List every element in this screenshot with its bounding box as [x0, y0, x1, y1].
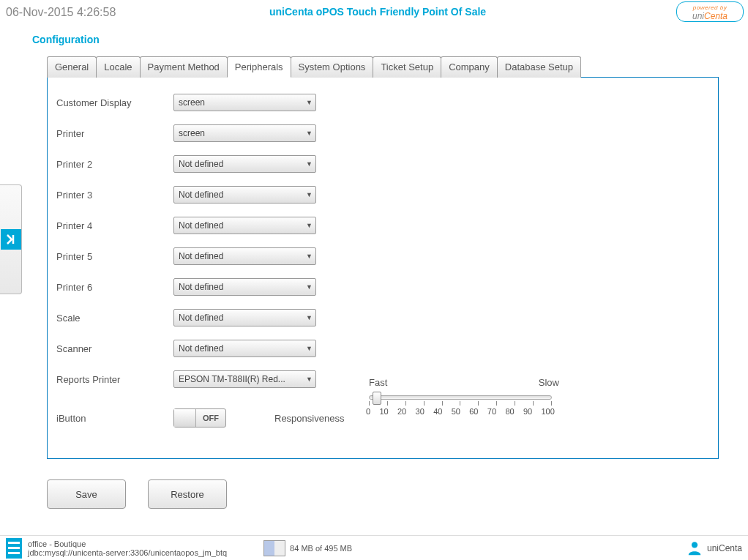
select-printer-5[interactable]: Not defined▼ — [173, 247, 316, 265]
label-reports-printer: Reports Printer — [56, 374, 173, 385]
chevron-down-icon: ▼ — [306, 191, 313, 198]
label-printer-6: Printer 6 — [56, 282, 173, 293]
label-customer-display: Customer Display — [56, 97, 173, 108]
side-drawer-handle[interactable] — [0, 184, 22, 294]
label-ibutton: iButton — [56, 413, 173, 424]
timestamp: 06-Nov-2015 4:26:58 — [6, 6, 269, 19]
chevron-down-icon: ▼ — [306, 376, 313, 383]
toggle-ibutton[interactable]: OFF — [173, 408, 226, 428]
select-printer-4[interactable]: Not defined▼ — [173, 217, 316, 234]
select-printer[interactable]: screen▼ — [173, 124, 316, 142]
select-printer-6[interactable]: Not defined▼ — [173, 278, 316, 296]
tab-peripherals[interactable]: Peripherals — [227, 56, 291, 78]
chevron-down-icon: ▼ — [306, 345, 313, 352]
responsiveness-slider-block: Fast Slow 0102030405060708090100 — [369, 377, 559, 416]
tab-locale[interactable]: Locale — [96, 56, 140, 78]
tab-general[interactable]: General — [47, 56, 97, 78]
toggle-state: OFF — [196, 414, 225, 422]
tab-database-setup[interactable]: Database Setup — [497, 56, 581, 78]
select-printer-2[interactable]: Not defined▼ — [173, 155, 316, 173]
logo-brand-text: uniCenta — [692, 11, 728, 21]
drawer-expand-icon — [1, 229, 21, 250]
chevron-down-icon: ▼ — [306, 130, 313, 137]
chevron-down-icon: ▼ — [306, 314, 313, 321]
select-scanner[interactable]: Not defined▼ — [173, 340, 316, 357]
slider-thumb[interactable] — [373, 392, 381, 405]
chevron-down-icon: ▼ — [306, 253, 313, 260]
restore-button[interactable]: Restore — [148, 479, 227, 509]
logo-powered-text: powered by — [693, 4, 727, 11]
label-printer-5: Printer 5 — [56, 251, 173, 262]
select-customer-display[interactable]: screen▼ — [173, 94, 316, 111]
jdbc-url: jdbc:mysql://unicenta-server:3306/unicen… — [28, 548, 227, 557]
slider-slow-label: Slow — [539, 377, 559, 388]
store-name: office - Boutique — [28, 540, 227, 548]
tab-company[interactable]: Company — [441, 56, 498, 78]
brand-logo: powered by uniCenta — [676, 1, 744, 22]
database-icon — [6, 538, 22, 559]
select-scale[interactable]: Not defined▼ — [173, 309, 316, 326]
slider-fast-label: Fast — [369, 377, 387, 388]
tab-bar: General Locale Payment Method Peripheral… — [47, 56, 719, 77]
slider-tick-labels: 0102030405060708090100 — [366, 407, 555, 416]
label-scanner: Scanner — [56, 343, 173, 354]
chevron-down-icon: ▼ — [306, 283, 313, 291]
app-title: uniCenta oPOS Touch Friendly Point Of Sa… — [269, 6, 742, 18]
toggle-knob — [174, 409, 196, 427]
select-reports-printer[interactable]: EPSON TM-T88II(R) Red...▼ — [173, 370, 316, 388]
user-name: uniCenta — [707, 543, 742, 553]
label-scale: Scale — [56, 313, 173, 324]
status-bar: office - Boutique jdbc:mysql://unicenta-… — [0, 535, 748, 560]
save-button[interactable]: Save — [47, 479, 126, 509]
chevron-down-icon: ▼ — [306, 99, 313, 106]
label-printer-3: Printer 3 — [56, 190, 173, 201]
label-responsiveness: Responsiveness — [274, 413, 344, 424]
responsiveness-slider[interactable] — [369, 395, 552, 400]
svg-point-1 — [692, 542, 697, 548]
page-heading: Configuration — [0, 22, 748, 56]
label-printer-4: Printer 4 — [56, 220, 173, 231]
label-printer: Printer — [56, 128, 173, 139]
chevron-down-icon: ▼ — [306, 160, 313, 168]
select-printer-3[interactable]: Not defined▼ — [173, 186, 316, 204]
tab-system-options[interactable]: System Options — [291, 56, 374, 78]
tab-ticket-setup[interactable]: Ticket Setup — [373, 56, 441, 78]
chevron-down-icon: ▼ — [306, 222, 313, 229]
user-icon — [687, 540, 703, 556]
label-printer-2: Printer 2 — [56, 159, 173, 170]
slider-ticks — [369, 401, 552, 406]
memory-text: 84 MB of 495 MB — [290, 544, 352, 553]
memory-bar — [263, 540, 285, 556]
tab-payment-method[interactable]: Payment Method — [140, 56, 228, 78]
